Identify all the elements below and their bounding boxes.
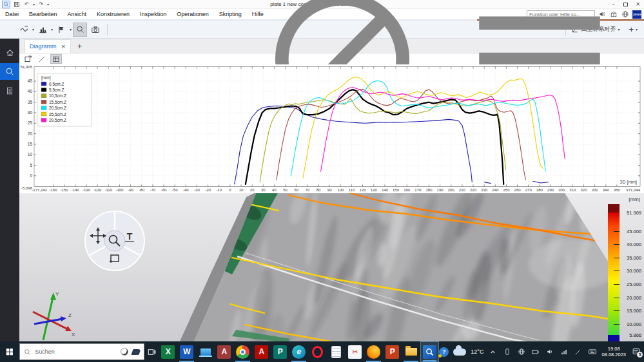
- section-diagram-chart[interactable]: -160-150-140-130-120-110-100-90-80-70-60…: [19, 64, 644, 193]
- tab-add-button[interactable]: +: [77, 42, 82, 51]
- taskbar-app-publisher[interactable]: P: [271, 341, 289, 362]
- x-tick-label: -130: [83, 188, 91, 192]
- taskbar-app-edge[interactable]: e: [289, 341, 308, 362]
- taskbar-app-excel[interactable]: X: [159, 341, 177, 362]
- taskbar-app-chrome[interactable]: [233, 341, 252, 362]
- legend-swatch: [41, 88, 46, 91]
- taskbar-search[interactable]: Suchen: [19, 343, 144, 360]
- chart-dropdown-icon[interactable]: ▾: [51, 27, 53, 32]
- battery-icon[interactable]: [531, 347, 540, 357]
- color-scale-tick: [614, 271, 620, 271]
- color-scale-tick: [614, 310, 620, 311]
- legend-header: [mm]: [41, 75, 51, 81]
- color-scale-label: 35.000: [616, 255, 641, 261]
- pen-icon[interactable]: [573, 347, 583, 357]
- weather-temp[interactable]: 12°C: [471, 348, 483, 355]
- y-tick-label: 15: [28, 142, 33, 146]
- signal-icon[interactable]: [559, 347, 569, 357]
- touch-keyboard-icon[interactable]: [587, 347, 597, 357]
- taskbar-app-snipping-tool[interactable]: ✂: [346, 341, 364, 362]
- menu-bearbeiten[interactable]: Bearbeiten: [24, 11, 63, 17]
- search-icon: [24, 348, 31, 356]
- start-button[interactable]: [0, 341, 19, 362]
- section-tool-icon[interactable]: [17, 23, 31, 37]
- menu-konstruieren[interactable]: Konstruieren: [92, 11, 135, 17]
- weather-icon[interactable]: [453, 348, 466, 356]
- table-view-icon[interactable]: [50, 54, 62, 64]
- tray-expand-icon[interactable]: [488, 347, 498, 357]
- y-tick-label: 0: [30, 173, 32, 178]
- menu-skripting[interactable]: Skripting: [214, 11, 247, 17]
- help-icon[interactable]: ?: [439, 347, 449, 357]
- x-axis-title: 3D [mm]: [620, 180, 638, 185]
- phone-link-icon[interactable]: [502, 347, 512, 357]
- tab-diagramm[interactable]: Diagramm ×: [24, 39, 71, 53]
- taskbar-app-acrobat[interactable]: A: [252, 341, 271, 362]
- taskbar-app-gom-software[interactable]: [420, 341, 439, 362]
- taskbar-app-opera[interactable]: [308, 341, 327, 362]
- x-tick-label: -30: [194, 188, 200, 192]
- flag-tool-icon[interactable]: [54, 23, 68, 37]
- chart-toolbar: [19, 53, 644, 64]
- firefox-icon: [367, 345, 380, 359]
- zoom-tool-icon[interactable]: [73, 23, 87, 37]
- sidebar-search-icon[interactable]: [0, 63, 19, 80]
- sidebar-home-icon[interactable]: [0, 44, 19, 61]
- zoom-center: [104, 231, 125, 251]
- sidebar-report-icon[interactable]: [0, 82, 19, 99]
- x-tick-label: -90: [128, 188, 133, 192]
- remote-desktop-icon: [199, 345, 212, 359]
- chart-background: [19, 64, 644, 193]
- x-tick-label: 90: [327, 188, 332, 192]
- network-icon[interactable]: [516, 347, 526, 357]
- menu-ansicht[interactable]: Ansicht: [63, 11, 92, 17]
- section-dropdown-icon[interactable]: ▾: [32, 27, 34, 32]
- color-scale-label: 45.000: [616, 229, 641, 234]
- x-tick-label: 350: [614, 188, 621, 192]
- color-scale-label: 30.000: [616, 268, 641, 274]
- x-tick-label: 60: [294, 188, 298, 192]
- taskbar-app-remote-desktop[interactable]: [196, 341, 215, 362]
- taskbar-app-powerpoint[interactable]: P: [383, 341, 402, 362]
- y-tick-label: 35: [28, 100, 33, 104]
- taskbar-app-access[interactable]: A: [215, 341, 233, 362]
- viewer-3d[interactable]: T ⇄ ✕ YZX ▭3D⌖◫⊥∓∞□L◺%▦×☑☒1:0 [mm] 51.90…: [19, 193, 644, 341]
- y-tick-label: 10: [28, 152, 33, 157]
- tab-close-icon[interactable]: ×: [61, 43, 66, 50]
- taskbar-app-notepad[interactable]: [327, 341, 346, 362]
- menu-datei[interactable]: Datei: [0, 11, 24, 17]
- notification-center-icon[interactable]: 5: [630, 347, 641, 357]
- clock-time: 19:08: [601, 346, 626, 352]
- task-view-icon[interactable]: [144, 341, 159, 362]
- y-max-label: 51,905: [21, 65, 33, 69]
- minimize-button[interactable]: –: [607, 0, 620, 8]
- axis-x-label: X: [72, 332, 75, 338]
- color-scale-tick: [614, 298, 620, 298]
- volume-icon[interactable]: [545, 347, 554, 357]
- close-button[interactable]: ×: [632, 0, 644, 8]
- x-tick-label: -100: [115, 188, 124, 192]
- navigation-wheel[interactable]: T: [83, 209, 147, 273]
- x-min-label: -177,242: [32, 188, 47, 192]
- color-scale-tick: [614, 244, 620, 245]
- menu-inspektion[interactable]: Inspektion: [135, 11, 171, 17]
- system-tray: ? 12°C 19:08 08.08.2023 5: [439, 346, 644, 358]
- color-scale-tick: [614, 324, 620, 325]
- taskbar-clock[interactable]: 19:08 08.08.2023: [601, 346, 626, 358]
- y-tick-label: 40: [28, 89, 33, 93]
- export-diagram-icon[interactable]: [22, 54, 34, 64]
- text-sector: T: [127, 231, 133, 242]
- windows-taskbar: Suchen XWAAPe✂P ? 12°C 19:08 08.08.2023: [0, 341, 644, 362]
- menu-operationen[interactable]: Operationen: [171, 11, 214, 17]
- flag-dropdown-icon[interactable]: ▾: [70, 27, 72, 32]
- x-tick-label: 80: [317, 188, 321, 192]
- taskbar-app-word[interactable]: W: [177, 341, 196, 362]
- chart-tool-icon[interactable]: [35, 23, 50, 37]
- edit-diagram-icon[interactable]: [36, 54, 48, 64]
- snapshot-icon[interactable]: [88, 23, 102, 37]
- taskbar-app-firefox[interactable]: [364, 341, 383, 362]
- maximize-button[interactable]: [620, 0, 632, 8]
- color-scale-label: 25.000: [616, 281, 641, 287]
- opera-icon: [312, 346, 323, 358]
- taskbar-app-explorer[interactable]: [402, 341, 420, 362]
